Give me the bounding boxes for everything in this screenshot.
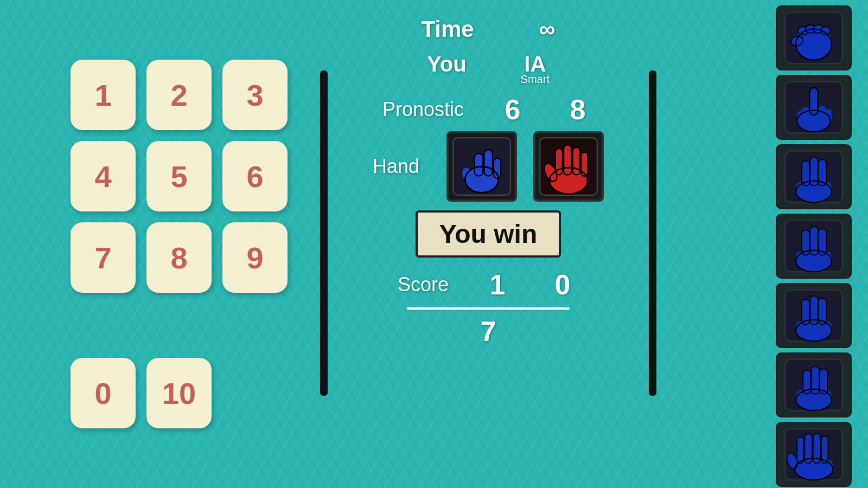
svg-rect-15 [573,147,580,175]
you-win-box: You win [416,210,561,258]
hand-row: Hand [373,131,604,202]
right-panel [770,5,857,487]
right-hand-three-3 [776,283,852,348]
numpad-btn-5[interactable]: 5 [146,141,212,211]
time-row: Time ∞ [421,16,555,42]
time-label: Time [421,16,474,42]
score-you: 1 [481,268,514,301]
svg-rect-14 [564,145,571,175]
svg-rect-37 [802,107,809,121]
pronostic-ia: 8 [561,93,594,126]
right-hand-open [776,422,852,487]
right-hand-three-4 [776,352,852,418]
hand-svg-you [452,137,512,196]
player-ia-sublabel: Smart [521,73,550,86]
three-icon-3 [784,288,844,343]
open-hand-icon [784,427,844,481]
numpad-btn-6[interactable]: 6 [222,141,288,211]
pronostic-you: 6 [496,93,529,126]
score-row: Score 1 0 [398,268,579,301]
svg-rect-3 [484,150,492,176]
three-icon-2 [784,219,844,273]
right-hand-three-2 [776,214,852,279]
pronostic-label: Pronostic [382,98,464,121]
player-ia: IA Smart [521,52,550,86]
right-hand-fist [776,5,852,70]
numpad-btn-8[interactable]: 8 [146,222,212,293]
numpad-btn-10[interactable]: 10 [146,358,212,428]
score-label: Score [398,273,449,296]
svg-rect-71 [797,437,803,463]
center-panel: Time ∞ You IA Smart Pronostic 6 8 Hand [315,0,662,488]
pronostic-row: Pronostic 6 8 [382,93,594,126]
score-divider [407,307,570,310]
total-score: 7 [481,315,496,348]
numpad-btn-2[interactable]: 2 [146,60,212,130]
three-icon-4 [784,358,844,412]
numpad: 1 2 3 4 5 6 7 8 9 [71,60,288,374]
numpad-btn-9[interactable]: 9 [222,222,288,293]
numpad-btn-1[interactable]: 1 [71,60,136,130]
bar-right [649,70,656,396]
numpad-btn-0[interactable]: 0 [71,358,136,428]
right-hand-three-1 [776,144,852,209]
time-value: ∞ [539,16,556,42]
three-icon-1 [784,150,844,204]
hand-label: Hand [373,155,419,178]
hand-svg-ia [539,137,598,196]
svg-rect-2 [475,153,483,176]
right-hand-one [776,75,852,140]
one-icon [784,80,844,134]
numpad-btn-7[interactable]: 7 [71,222,136,293]
score-ia: 0 [546,268,579,301]
numpad-btn-4[interactable]: 4 [71,141,136,211]
numpad-btn-3[interactable]: 3 [222,60,288,130]
player-you-label: You [427,52,467,76]
hand-card-you [446,131,517,202]
hand-card-ia [533,131,604,202]
players-row: You IA Smart [427,52,550,86]
fist-icon [784,11,844,65]
bar-left [320,70,328,396]
you-win-text: You win [439,220,537,248]
